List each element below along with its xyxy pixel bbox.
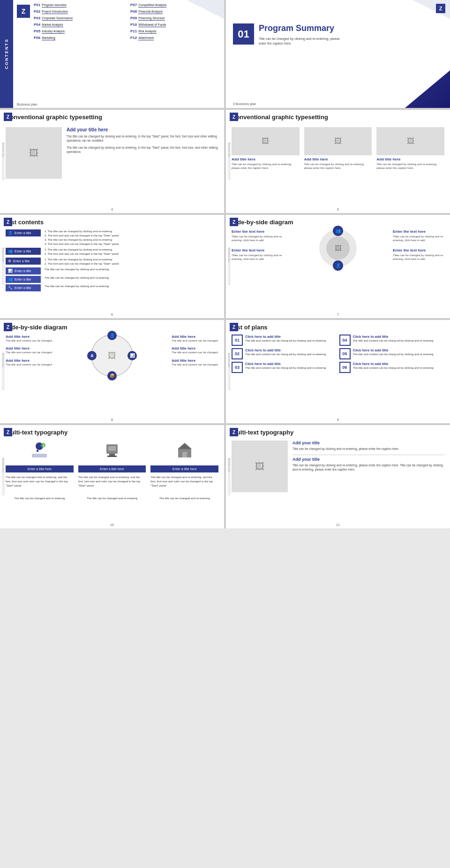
img-3: 🖼	[376, 127, 444, 155]
btn-3[interactable]: Enter a title here	[150, 465, 218, 472]
plan-title-6[interactable]: Click here to add title	[353, 362, 434, 366]
slide-header: Conventional graphic typesetting	[226, 110, 450, 122]
list-icon-2: 👥	[8, 249, 13, 253]
title-1[interactable]: Add your title	[292, 441, 444, 445]
plan-content-6: Click here to add title The title and co…	[353, 362, 434, 370]
center-diagram: 🖼 👥 👤	[286, 229, 390, 267]
list-label-text-6: Enter a title	[15, 286, 31, 289]
svg-rect-2	[37, 450, 38, 452]
list-label-2[interactable]: 👥 Enter a title	[6, 248, 41, 255]
plan-title-4[interactable]: Click here to add title	[353, 335, 434, 339]
footer-label: Business plan	[17, 103, 38, 106]
plan-num-4: 04	[339, 335, 351, 346]
slide-program-summary: Z 01 Program Summary Title can be change…	[226, 0, 450, 108]
left-col: Enter the text here Titles can be change…	[232, 229, 283, 267]
slide-multi-text-2: Z Multi-text typography 🖼 Add your title…	[226, 425, 450, 528]
slide-header: Conventional graphic typesetting	[0, 110, 224, 122]
menu-label: Program overview	[42, 3, 66, 7]
page-number: 10	[110, 523, 114, 526]
page-number: 4	[111, 208, 113, 211]
br-title[interactable]: Enter the text here	[393, 248, 444, 252]
list-icon-6: 🔧	[8, 286, 13, 290]
plan-num-5: 05	[339, 348, 351, 359]
list-label-5[interactable]: 👥 Enter a title	[6, 276, 41, 283]
tl-text: Titles can be changed by clicking and re…	[232, 235, 283, 243]
side-label: Business plan	[2, 248, 5, 285]
list-content-5: The title can be changed by clicking and…	[45, 276, 218, 280]
content-para2[interactable]: The title can be changed by clicking and…	[67, 145, 218, 154]
tr-text: Titles can be changed by clicking and re…	[393, 235, 444, 243]
bl-title[interactable]: Enter the text here	[232, 248, 283, 252]
plan-title-3[interactable]: Click here to add title	[245, 362, 326, 366]
slide-sidebyside-1: Z Side-by-side diagram Enter the text he…	[226, 215, 450, 318]
plan-text-1: The title and content can be chang ed by…	[245, 339, 326, 343]
item-tr-text: The title and content can be changed	[172, 339, 218, 343]
col3-title[interactable]: Add title here	[376, 157, 444, 161]
title-2[interactable]: Add your title	[292, 457, 444, 462]
item-br-text: The title and content can be changed	[172, 363, 218, 366]
plan-title-1[interactable]: Click here to add title	[245, 335, 326, 339]
page-number: 5	[337, 208, 339, 211]
list-label-text-5: Enter a title	[15, 278, 31, 281]
list-icon-5: 👥	[8, 277, 13, 282]
text-1: The title can be changed and re-entering…	[6, 475, 74, 488]
menu-item-12: P12Attachment	[130, 36, 222, 40]
page-label: 3 Business plan	[233, 102, 256, 106]
center-circle: 🖼 👥 👤	[319, 229, 357, 267]
slide-body: Add title here The title and content can…	[0, 333, 224, 379]
item-br-title[interactable]: Add title here	[172, 358, 218, 363]
slide-body: 01 Click here to add title The title and…	[226, 333, 450, 375]
plan-title-2[interactable]: Click here to add title	[245, 348, 326, 352]
slide-body: 🖼 Add your title here The title can be c…	[0, 124, 224, 182]
list-label-4[interactable]: 📊 Enter a title	[6, 267, 41, 274]
menu-label: Market Analysis	[42, 23, 63, 26]
item-mr-title[interactable]: Add title here	[172, 346, 218, 350]
text-2b: The title can be changed and re-entering	[87, 496, 137, 501]
list-label-text-4: Enter a title	[15, 269, 31, 273]
list-label-3[interactable]: ⚙ Enter a title	[6, 258, 41, 265]
item-tl-title[interactable]: Add title here	[6, 335, 52, 339]
col2-title[interactable]: Add title here	[304, 157, 372, 161]
center-diagram: 🖼 👤 📦 🖥 📊	[55, 335, 169, 377]
list-icon-4: 📊	[8, 269, 13, 273]
content-para1[interactable]: The title can be changed by clicking and…	[67, 134, 218, 143]
content-title[interactable]: Add your title here	[67, 127, 218, 132]
item-tr-title[interactable]: Add title here	[172, 335, 218, 339]
node-right: 📊	[128, 351, 137, 360]
menu-num: P08	[130, 9, 137, 14]
item-bl-title[interactable]: Add title here	[6, 358, 52, 363]
plan-num-1: 01	[232, 335, 243, 346]
item-tl: Add title here The title and content can…	[6, 335, 52, 343]
tr-title[interactable]: Enter the text here	[393, 229, 444, 234]
side-label: Business plan	[228, 143, 231, 180]
icon-bottom: 👤	[333, 260, 343, 271]
center-circle: 🖼 👤 📦 🖥 📊	[91, 335, 133, 377]
slide-body: Enter the text here Titles can be change…	[226, 228, 450, 269]
plan-title-5[interactable]: Click here to add title	[353, 348, 434, 352]
menu-num: P10	[130, 23, 137, 27]
svg-rect-8	[107, 456, 117, 457]
btn-1[interactable]: Enter a title here	[6, 465, 74, 472]
item-mr-text: The title and content can be changed	[172, 350, 218, 354]
item-ml-title[interactable]: Add title here	[6, 346, 52, 350]
list-label-6[interactable]: 🔧 Enter a title	[6, 284, 41, 291]
plan-item-2: 02 Click here to add title The title and…	[232, 348, 337, 359]
menu-grid: P01Program overviewP07Competitive Analys…	[34, 3, 222, 40]
plan-item-1: 01 Click here to add title The title and…	[232, 335, 337, 346]
circle-icon: 🖼	[108, 351, 116, 361]
tl-title[interactable]: Enter the text here	[232, 229, 283, 234]
logo: Z	[4, 218, 12, 226]
page-number: 8	[111, 418, 113, 421]
menu-label: Financial Analysis	[138, 10, 163, 13]
list-label-1[interactable]: 👤 Enter a title	[6, 229, 41, 236]
col1-title[interactable]: Add title here	[232, 157, 300, 161]
menu-num: P07	[130, 3, 137, 7]
section-2: Add your title Title can be changed by c…	[292, 457, 444, 472]
img-2: 🖼	[304, 127, 372, 155]
icon-1: +	[30, 441, 49, 463]
logo: Z	[17, 5, 30, 18]
btn-2[interactable]: Enter a title here	[78, 465, 146, 472]
left-col: Add title here The title and content can…	[6, 335, 52, 377]
slide-contents: CONTENTS Z P01Program overviewP07Competi…	[0, 0, 224, 108]
section-number: 01	[233, 23, 254, 45]
